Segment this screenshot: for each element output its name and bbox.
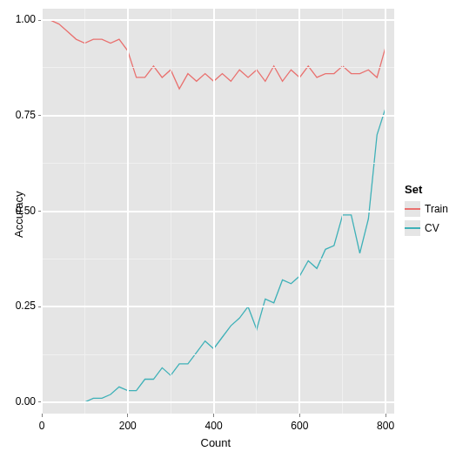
series-line-cv [50, 108, 385, 402]
x-tick [385, 414, 386, 417]
legend-title: Set [405, 183, 448, 196]
legend-item-train: Train [405, 201, 448, 217]
gridline-x-major [213, 9, 215, 414]
gridline-x-major [298, 9, 300, 414]
legend-key-train [405, 201, 420, 217]
x-tick [42, 414, 43, 417]
gridline-y-major [42, 19, 394, 21]
gridline-x-major [41, 9, 43, 414]
gridline-x-major [127, 9, 129, 414]
legend-label-train: Train [425, 203, 448, 215]
x-tick-label: 800 [372, 420, 399, 432]
gridline-y-major [42, 401, 394, 403]
x-tick-label: 0 [29, 420, 55, 432]
legend: Set Train CV [405, 183, 448, 239]
x-tick [213, 414, 214, 417]
legend-label-cv: CV [425, 222, 439, 234]
x-tick [127, 414, 128, 417]
gridline-y-major [42, 306, 394, 307]
x-tick-label: 600 [286, 420, 312, 432]
chart-figure: Set Train CV Accuracy Count 0.000.250.50… [0, 0, 476, 458]
y-tick-label: 0.25 [16, 300, 36, 312]
x-tick-label: 200 [115, 420, 141, 432]
y-tick-label: 0.50 [16, 205, 36, 217]
series-line-train [50, 20, 385, 89]
x-tick-label: 400 [201, 420, 227, 432]
y-tick-label: 0.75 [16, 109, 36, 121]
y-tick-label: 1.00 [16, 13, 36, 25]
gridline-x-major [385, 9, 386, 414]
x-tick [299, 414, 300, 417]
x-axis-title: Count [201, 436, 231, 449]
gridline-y-major [42, 211, 394, 212]
legend-key-cv [405, 220, 420, 236]
y-tick-label: 0.00 [16, 395, 36, 407]
legend-item-cv: CV [405, 220, 448, 236]
gridline-y-major [42, 115, 394, 117]
